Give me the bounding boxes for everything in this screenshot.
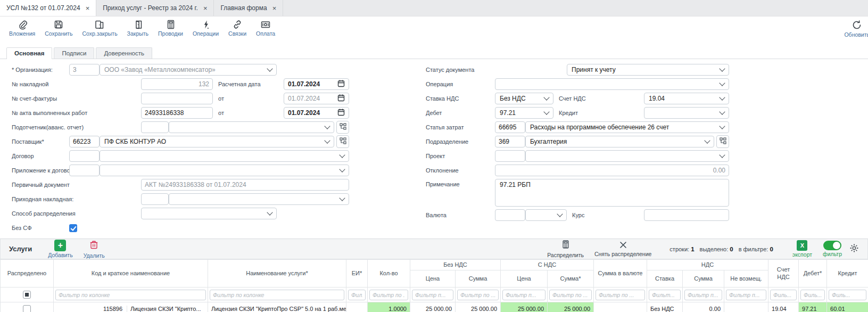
note-textarea[interactable]: 97.21 РБП [495,179,729,207]
project-select[interactable] [525,150,729,162]
code-short-name-cell[interactable]: 115896 Лицензия СКЗИ "Крипто... [54,302,208,312]
act-date-field[interactable]: 01.07.2024 [284,107,349,119]
vat-account-cell[interactable]: 19.04 [768,302,799,312]
refresh-button[interactable]: Обновить [839,19,868,38]
project-code-input[interactable] [495,150,525,162]
operation-select[interactable] [495,78,729,90]
contract-code-input[interactable] [69,150,100,162]
unit-cell[interactable] [346,302,368,312]
undistribute-button[interactable]: Снять распределение [594,241,651,257]
rate-input[interactable] [644,209,729,221]
add-row-button[interactable]: Добавить [48,240,72,258]
column-header-sum-vat[interactable]: Сумма* [548,270,594,288]
vat-account-select[interactable]: 19.04 [644,93,729,104]
distribute-button[interactable]: Распределить [547,240,584,258]
invoice-number-input[interactable] [141,78,213,90]
column-header-distributed[interactable]: Распределено [1,260,54,288]
column-header-price-vat[interactable]: Цена [501,270,548,288]
tab-main-form[interactable]: Главная форма [214,0,283,16]
close-icon[interactable] [272,5,277,12]
tab-main[interactable]: Основная [6,47,52,59]
close-button[interactable]: Закрыть [122,19,153,37]
incoming-select[interactable] [169,193,349,205]
cost-item-select[interactable]: Расходы на программное обеспечение 26 сч… [525,121,729,133]
filter-input-qty[interactable] [369,290,408,300]
act-number-input[interactable] [141,107,213,119]
row-checkbox[interactable] [23,305,31,312]
accountable-tree-button[interactable] [336,121,349,134]
select-all-checkbox[interactable] [23,291,31,299]
postings-button[interactable]: Проводки [153,19,188,37]
table-settings-button[interactable] [849,243,859,255]
distribution-method-select[interactable] [141,208,277,219]
non-reimb-cell[interactable] [724,302,768,312]
supplier-code-input[interactable] [69,136,100,147]
organization-code-input[interactable] [69,64,100,76]
supplier-tree-button[interactable] [336,135,349,148]
column-header-unit[interactable]: ЕИ* [346,260,368,288]
no-sf-checkbox[interactable] [69,224,77,232]
credit-select[interactable] [644,107,729,119]
tab-document[interactable]: УСЛ №132 от 01.07.2024 [0,0,96,16]
column-header-qty[interactable]: Кол-во [368,260,410,288]
contract-select[interactable] [100,150,349,162]
currency-select[interactable] [525,209,567,221]
vat-sum-cell[interactable]: 0.00 [683,302,724,312]
tab-registry[interactable]: Приход услуг - Реестр за 2024 г. [96,0,214,16]
delete-row-button[interactable]: Удалить [84,240,105,259]
filter-input-vat-sum[interactable] [684,290,722,300]
column-header-sum-currency[interactable]: Сумма в валюте [594,260,647,288]
filter-input-sum-no-vat[interactable] [457,290,499,300]
service-name-cell[interactable]: Лицензия СКЗИ "КриптоПро CSP" 5.0 на 1 р… [208,302,346,312]
sf-number-input[interactable] [141,93,213,104]
column-header-price-no-vat[interactable]: Цена [410,270,456,288]
department-code-input[interactable] [495,136,525,147]
cost-item-code-input[interactable] [495,121,525,133]
attachments-button[interactable]: Вложения [4,19,40,37]
close-icon[interactable] [86,5,90,12]
filter-input-vat-account[interactable] [770,290,797,300]
column-header-code[interactable]: Код и краткое наименование [54,260,208,288]
annex-code-input[interactable] [69,165,100,176]
department-tree-button[interactable] [716,135,729,148]
filter-input-unit[interactable] [348,290,366,300]
department-select[interactable]: Бухгалтерия [525,136,714,147]
filter-input-debit[interactable] [800,290,825,300]
vat-rate-cell[interactable]: Без НДС [647,302,683,312]
filter-input-non-reimb[interactable] [726,290,766,300]
debit-select[interactable]: 97.21 [495,107,553,119]
incoming-code-input[interactable] [141,193,169,205]
organization-select[interactable]: ООО «Завод «Металлокомпенсатор» [100,64,277,76]
price-vat-cell[interactable]: 25 000.00 [501,302,548,312]
vat-rate-select[interactable]: Без НДС [495,93,553,104]
filter-input-sum-currency[interactable] [596,290,645,300]
save-button[interactable]: Сохранить [40,19,77,37]
column-header-service-name[interactable]: Наименование услуги* [208,260,346,288]
tab-power-of-attorney[interactable]: Доверенность [96,47,152,59]
filter-input-code[interactable] [55,290,206,300]
close-icon[interactable] [203,5,208,12]
sf-date-field[interactable]: 01.07.2024 [284,93,349,104]
filter-input-sum-vat[interactable] [549,290,592,300]
debit-cell[interactable]: 97.21 [799,302,827,312]
accountable-code-input[interactable] [141,121,169,133]
tab-signatures[interactable]: Подписи [54,47,94,59]
supplier-select[interactable]: ПФ СКБ КОНТУР АО [100,136,334,147]
operations-button[interactable]: Операции [188,19,224,37]
save-close-button[interactable]: Сохр.закрыть [77,19,122,37]
links-button[interactable]: Связки [224,19,251,37]
export-button[interactable]: X экспорт [792,240,812,258]
column-header-non-reimb[interactable]: Не возмещ. [724,270,768,288]
payment-button[interactable]: Оплата [251,19,280,37]
column-header-vat-rate[interactable]: Ставка [647,270,683,288]
column-header-debit[interactable]: Дебет* [799,260,827,288]
column-header-vat-account[interactable]: Счет НДС [768,260,799,288]
table-row[interactable]: 115896 Лицензия СКЗИ "Крипто... Лицензия… [1,302,868,312]
status-select[interactable]: Принят к учету [567,64,729,76]
currency-code-input[interactable] [495,209,525,221]
column-header-credit[interactable]: Кредит [827,260,868,288]
accountable-select[interactable] [169,121,334,133]
filter-input-service[interactable] [210,290,344,300]
annex-select[interactable] [100,165,349,176]
sum-vat-cell[interactable]: 25 000.00 [548,302,594,312]
